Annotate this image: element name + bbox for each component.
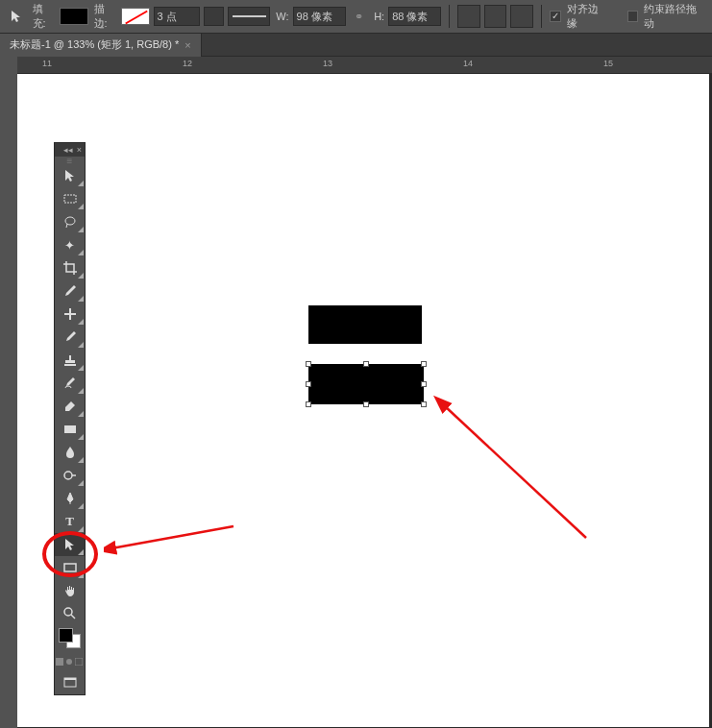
dodge-tool[interactable]: [55, 464, 85, 487]
svg-rect-4: [64, 425, 76, 433]
transform-handle[interactable]: [306, 381, 311, 387]
constrain-path-checkbox[interactable]: [627, 11, 639, 22]
fill-swatch[interactable]: [60, 8, 87, 25]
stroke-label: 描边:: [94, 2, 118, 31]
ruler-mark: 13: [323, 59, 332, 68]
document-tab-title: 未标题-1 @ 133% (矩形 1, RGB/8) *: [10, 37, 179, 52]
height-input[interactable]: [388, 7, 441, 26]
collapse-icon[interactable]: ◂◂: [63, 146, 73, 155]
transform-handle[interactable]: [421, 401, 427, 407]
rectangle-shape-1[interactable]: [308, 305, 422, 344]
type-tool[interactable]: T: [55, 510, 85, 533]
close-panel-icon[interactable]: ×: [77, 146, 82, 155]
type-icon: T: [65, 514, 74, 529]
hand-tool[interactable]: [55, 579, 85, 602]
transform-handle[interactable]: [363, 401, 369, 407]
healing-brush-tool[interactable]: [55, 303, 85, 326]
svg-point-9: [66, 659, 72, 665]
svg-point-1: [65, 217, 75, 225]
path-op-combine-button[interactable]: [457, 5, 480, 28]
path-arrange-button[interactable]: [510, 5, 533, 28]
color-wells[interactable]: [55, 625, 85, 652]
standard-mode-button[interactable]: [55, 652, 64, 671]
svg-point-7: [64, 608, 72, 616]
align-edges-label: 对齐边缘: [567, 2, 608, 31]
width-input[interactable]: [293, 7, 346, 26]
stroke-weight-dropdown[interactable]: [204, 7, 225, 26]
crop-tool[interactable]: [55, 256, 85, 279]
screen-mode-toggle[interactable]: [55, 671, 85, 694]
edit-mode-row: [55, 652, 85, 671]
magic-wand-icon: ✦: [64, 238, 75, 253]
svg-rect-3: [69, 308, 71, 320]
rectangle-shape-2-selected[interactable]: [308, 364, 424, 404]
eraser-tool[interactable]: [55, 395, 85, 418]
foreground-color-well[interactable]: [59, 628, 73, 643]
blur-tool[interactable]: [55, 441, 85, 464]
transform-handle[interactable]: [306, 361, 311, 367]
close-tab-icon[interactable]: ×: [184, 39, 190, 51]
rectangle-tool[interactable]: [55, 556, 85, 579]
svg-rect-8: [56, 658, 63, 666]
eyedropper-tool[interactable]: [55, 279, 85, 303]
ruler-mark: 11: [42, 59, 52, 68]
ruler-mark: 14: [463, 59, 473, 68]
brush-tool[interactable]: [55, 326, 85, 349]
w-label: W:: [276, 11, 288, 22]
move-tool[interactable]: [55, 164, 85, 187]
transform-handle[interactable]: [306, 401, 311, 407]
h-label: H:: [374, 11, 384, 22]
svg-rect-12: [64, 678, 76, 680]
svg-rect-10: [75, 658, 83, 666]
ruler-mark: 15: [603, 59, 613, 68]
svg-rect-6: [64, 564, 76, 571]
magic-wand-tool[interactable]: ✦: [55, 233, 85, 256]
tools-panel: ◂◂× ✦ T: [54, 142, 86, 695]
transform-handle[interactable]: [421, 381, 427, 387]
path-align-button[interactable]: [484, 5, 507, 28]
lasso-tool[interactable]: [55, 210, 85, 233]
history-brush-tool[interactable]: [55, 372, 85, 395]
marquee-tool[interactable]: [55, 187, 85, 210]
quickmask-mode-button[interactable]: [64, 652, 74, 671]
options-bar: 填充: 描边: W: ⚭ H: 对齐边缘 约束路径拖动: [0, 0, 712, 34]
options-tool-icon[interactable]: [6, 6, 27, 27]
path-selection-tool[interactable]: [55, 533, 85, 556]
horizontal-ruler: 11 12 13 14 15: [17, 57, 712, 74]
svg-rect-0: [64, 195, 76, 203]
ruler-mark: 12: [183, 59, 192, 68]
stroke-weight-input[interactable]: [154, 7, 200, 26]
panel-grip[interactable]: [55, 157, 85, 164]
fill-label: 填充:: [33, 2, 57, 31]
document-tab-bar: 未标题-1 @ 133% (矩形 1, RGB/8) * ×: [0, 34, 712, 57]
pen-tool[interactable]: [55, 487, 85, 510]
stroke-swatch[interactable]: [121, 8, 149, 25]
clone-stamp-tool[interactable]: [55, 349, 85, 372]
gradient-tool[interactable]: [55, 418, 85, 441]
transform-handle[interactable]: [421, 361, 427, 367]
svg-point-5: [64, 472, 72, 479]
stroke-style-dropdown[interactable]: [228, 7, 270, 26]
transform-handle[interactable]: [363, 361, 369, 367]
screen-mode-button[interactable]: [74, 652, 84, 671]
zoom-tool[interactable]: [55, 602, 85, 625]
document-tab[interactable]: 未标题-1 @ 133% (矩形 1, RGB/8) * ×: [0, 34, 202, 57]
align-edges-checkbox[interactable]: [550, 11, 561, 22]
link-wh-icon[interactable]: ⚭: [350, 7, 369, 26]
constrain-path-label: 约束路径拖动: [644, 2, 706, 31]
